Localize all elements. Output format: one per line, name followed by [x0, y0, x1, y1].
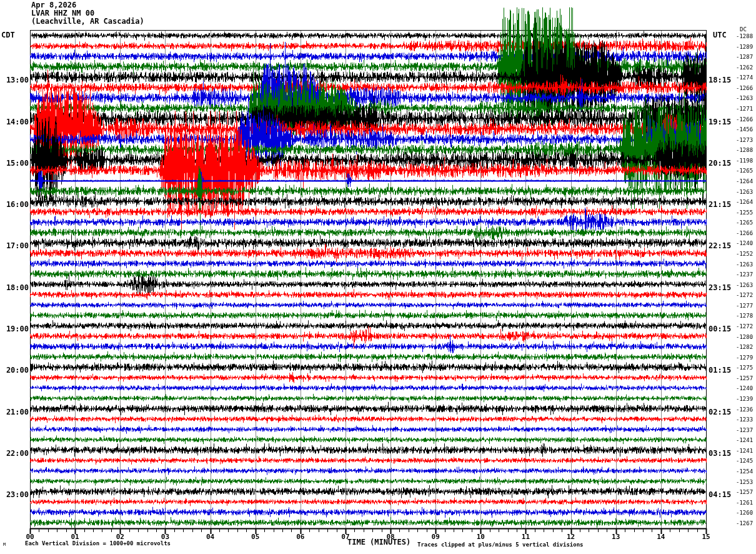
utc-time-label: 18:15	[709, 76, 731, 84]
dc-offset-value: -1252	[736, 251, 753, 257]
dc-offset-value: -1289	[736, 44, 753, 50]
footer-clipping-note: Traces clipped at plus/minus 5 vertical …	[417, 541, 584, 548]
utc-time-label: 02:15	[709, 408, 731, 416]
utc-time-label: 22:15	[709, 241, 731, 250]
dc-offset-value: -1262	[736, 64, 753, 71]
local-time-label: 20:00	[1, 366, 29, 375]
dc-offset-value: -1263	[736, 189, 753, 195]
dc-offset-value: -1266	[736, 230, 753, 236]
dc-offset-value: -1267	[736, 520, 753, 526]
dc-offset-value: -1287	[736, 54, 753, 60]
dc-offset-value: -1241	[736, 448, 753, 454]
local-time-label: 16:00	[1, 200, 29, 209]
local-time-label: 13:00	[1, 76, 29, 84]
x-axis-tick-label: 14	[652, 533, 670, 541]
left-timezone-label: CDT	[1, 31, 15, 39]
dc-offset-value: -1260	[736, 510, 753, 516]
dc-offset-value: -1263	[736, 282, 753, 288]
dc-offset-value: -1271	[736, 106, 753, 112]
dc-offset-value: -1240	[736, 385, 753, 391]
dc-offset-value: -1263	[736, 261, 753, 268]
dc-offset-value: -1255	[736, 209, 753, 216]
local-time-label: 19:00	[1, 325, 29, 333]
dc-column-header: DC	[740, 26, 747, 33]
title-station-location: (Leachville, AR Cascadia)	[31, 18, 144, 26]
right-timezone-label: UTC	[713, 31, 727, 39]
dc-offset-value: -1257	[736, 489, 753, 495]
dc-offset-value: -1245	[736, 458, 753, 464]
utc-time-label: 19:15	[709, 118, 731, 126]
x-axis-tick-label: 04	[201, 533, 220, 541]
dc-offset-value: -1261	[736, 500, 753, 506]
dc-offset-value: -1272	[736, 323, 753, 330]
dc-offset-value: -1254	[736, 468, 753, 475]
dc-offset-value: -1257	[736, 375, 753, 381]
local-time-label: 22:00	[1, 449, 29, 458]
utc-time-label: 04:15	[709, 490, 731, 499]
local-time-label: 18:00	[1, 283, 29, 292]
utc-time-label: 03:15	[709, 449, 731, 458]
seismogram-trace-canvas	[0, 0, 756, 554]
dc-offset-value: -1266	[736, 116, 753, 123]
dc-offset-value: -1198	[736, 158, 753, 164]
footer-vertical-division-note: Each Vertical Division = 1000+00 microvo…	[25, 540, 171, 546]
x-axis-tick-label: 13	[607, 533, 625, 541]
local-time-label: 14:00	[1, 118, 29, 126]
webicorder-display: Apr 8,2026 LVAR HHZ NM 00 (Leachville, A…	[0, 0, 756, 554]
dc-offset-value: -1233	[736, 416, 753, 423]
dc-offset-value: -1240	[736, 240, 753, 246]
dc-offset-value: -1264	[736, 178, 753, 184]
dc-offset-value: -1253	[736, 479, 753, 485]
x-axis-tick-label: 09	[426, 533, 445, 541]
utc-time-label: 00:15	[709, 325, 731, 333]
dc-offset-value: -1288	[736, 147, 753, 153]
local-time-label: 15:00	[1, 159, 29, 168]
dc-offset-value: -1278	[736, 313, 753, 319]
utc-time-label: 21:15	[709, 200, 731, 209]
dc-offset-value: -1273	[736, 137, 753, 143]
dc-offset-value: -1266	[736, 85, 753, 91]
dc-offset-value: -1280	[736, 334, 753, 340]
x-axis-tick-label: 12	[562, 533, 580, 541]
dc-offset-value: -1237	[736, 271, 753, 278]
dc-offset-value: -1236	[736, 406, 753, 413]
dc-offset-value: -1282	[736, 344, 753, 350]
dc-offset-value: -1265	[736, 168, 753, 174]
dc-offset-value: -1265	[736, 219, 753, 226]
dc-offset-value: -1272	[736, 292, 753, 298]
x-axis-tick-label: 10	[471, 533, 490, 541]
dc-offset-value: -1456	[736, 126, 753, 133]
x-axis-title: TIME (MINUTES)	[347, 538, 410, 546]
dc-offset-value: -1239	[736, 396, 753, 402]
dc-offset-value: -1274	[736, 74, 753, 81]
dc-offset-value: -1279	[736, 355, 753, 361]
dc-offset-value: -1264	[736, 199, 753, 205]
dc-offset-value: -1275	[736, 365, 753, 371]
dc-offset-value: -1237	[736, 427, 753, 433]
x-axis-tick-label: 11	[516, 533, 535, 541]
utc-time-label: 20:15	[709, 159, 731, 168]
watermark-mark: M	[3, 542, 6, 547]
utc-time-label: 23:15	[709, 283, 731, 292]
local-time-label: 23:00	[1, 490, 29, 499]
utc-time-label: 01:15	[709, 366, 731, 375]
dc-offset-value: -1263	[736, 95, 753, 101]
dc-offset-value: -1288	[736, 33, 753, 39]
x-axis-tick-label: 05	[246, 533, 265, 541]
dc-offset-value: -1277	[736, 303, 753, 309]
local-time-label: 17:00	[1, 241, 29, 250]
x-axis-tick-label: 06	[291, 533, 310, 541]
dc-offset-value: -1241	[736, 437, 753, 443]
local-time-label: 21:00	[1, 408, 29, 416]
x-axis-tick-label: 15	[697, 533, 715, 541]
